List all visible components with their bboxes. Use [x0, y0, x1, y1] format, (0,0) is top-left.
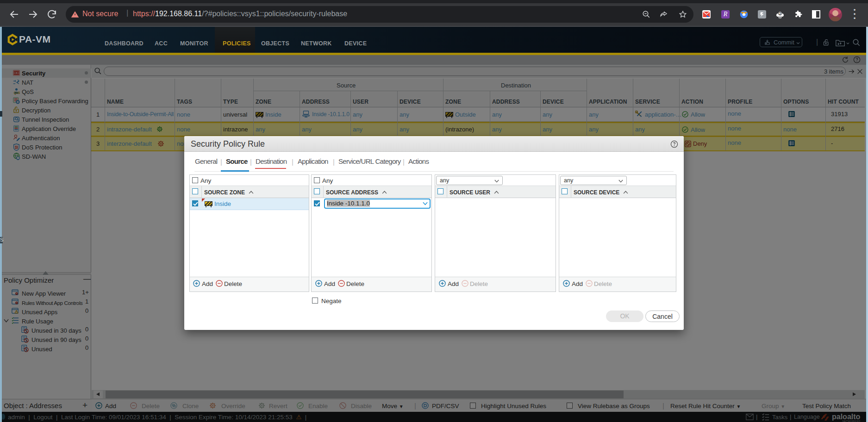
svg-text:2: 2 — [779, 12, 781, 15]
